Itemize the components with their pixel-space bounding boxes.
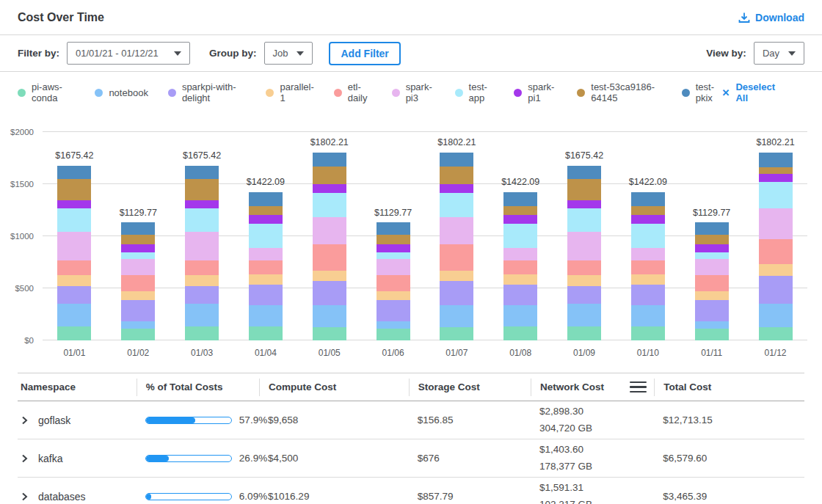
expand-chevron-icon[interactable]: [21, 416, 29, 425]
bar-segment-test-app[interactable]: [185, 208, 219, 232]
bar-segment-notebook[interactable]: [631, 305, 665, 326]
group-by-select[interactable]: Job: [264, 42, 313, 65]
bar-segment-test-53ca9186-64145[interactable]: [185, 179, 219, 200]
bar-segment-spark-pi3[interactable]: [503, 248, 537, 260]
bar-segment-test-pkix[interactable]: [57, 166, 91, 179]
bar-segment-sparkpi-with-delight[interactable]: [631, 285, 665, 305]
legend-item-test-pkix[interactable]: test-pkix: [682, 81, 722, 103]
bar-segment-pi-aws-conda[interactable]: [440, 327, 473, 340]
bar-segment-test-53ca9186-64145[interactable]: [631, 206, 665, 215]
bar-segment-etl-daily[interactable]: [313, 244, 346, 271]
bar-segment-sparkpi-with-delight[interactable]: [185, 286, 219, 304]
bar-segment-pi-aws-conda[interactable]: [185, 326, 219, 340]
bar-segment-sparkpi-with-delight[interactable]: [313, 281, 346, 305]
bar-segment-spark-pi1[interactable]: [121, 244, 155, 252]
bar-segment-notebook[interactable]: [121, 321, 155, 328]
bar-segment-sparkpi-with-delight[interactable]: [503, 285, 537, 305]
bar-segment-notebook[interactable]: [313, 305, 346, 327]
bar-segment-test-53ca9186-64145[interactable]: [695, 235, 729, 244]
bar-segment-etl-daily[interactable]: [121, 275, 155, 291]
legend-item-test-53ca9186-64145[interactable]: test-53ca9186-64145: [577, 81, 661, 103]
bar-segment-etl-daily[interactable]: [631, 260, 665, 274]
bar-segment-test-app[interactable]: [249, 224, 283, 248]
bar-segment-test-pkix[interactable]: [185, 166, 219, 179]
legend-item-test-app[interactable]: test-app: [455, 81, 495, 103]
bar-segment-test-53ca9186-64145[interactable]: [313, 167, 346, 184]
bar-segment-spark-pi1[interactable]: [57, 200, 91, 208]
date-range-select[interactable]: 01/01/21 - 01/12/21: [67, 42, 190, 65]
bar-segment-test-pkix[interactable]: [377, 222, 410, 235]
bar-segment-notebook[interactable]: [249, 305, 283, 326]
bar-segment-sparkpi-with-delight[interactable]: [249, 285, 283, 305]
bar-segment-test-pkix[interactable]: [121, 222, 155, 235]
legend-item-pi-aws-conda[interactable]: pi-aws-conda: [18, 81, 75, 103]
bar-segment-spark-pi3[interactable]: [57, 232, 91, 260]
bar-segment-parallel-1[interactable]: [567, 275, 601, 286]
bar-segment-pi-aws-conda[interactable]: [377, 329, 410, 341]
bar-segment-test-pkix[interactable]: [567, 166, 601, 179]
bar-segment-test-app[interactable]: [377, 252, 410, 259]
bar-segment-spark-pi3[interactable]: [121, 259, 155, 275]
bar-segment-spark-pi3[interactable]: [249, 248, 283, 260]
bar-segment-spark-pi3[interactable]: [695, 259, 729, 275]
bar-segment-spark-pi1[interactable]: [377, 244, 410, 252]
bar-segment-test-app[interactable]: [57, 208, 91, 232]
bar-segment-sparkpi-with-delight[interactable]: [567, 286, 601, 304]
bar-segment-parallel-1[interactable]: [503, 274, 537, 285]
deselect-all-button[interactable]: ✕ Deselect All: [722, 81, 781, 103]
bar-segment-pi-aws-conda[interactable]: [567, 326, 601, 340]
bar-segment-test-53ca9186-64145[interactable]: [759, 167, 793, 174]
bar-segment-spark-pi1[interactable]: [249, 215, 283, 224]
bar-segment-spark-pi1[interactable]: [503, 215, 537, 224]
bar-segment-notebook[interactable]: [440, 305, 473, 327]
bar-segment-sparkpi-with-delight[interactable]: [121, 300, 155, 321]
bar-segment-notebook[interactable]: [377, 321, 410, 328]
bar-stack[interactable]: [313, 153, 346, 340]
bar-segment-parallel-1[interactable]: [377, 291, 410, 301]
bar-segment-notebook[interactable]: [57, 304, 91, 326]
bar-segment-pi-aws-conda[interactable]: [695, 329, 729, 341]
bar-segment-spark-pi3[interactable]: [377, 259, 410, 275]
bar-segment-etl-daily[interactable]: [185, 260, 219, 275]
bar-segment-test-53ca9186-64145[interactable]: [249, 206, 283, 215]
bar-segment-sparkpi-with-delight[interactable]: [759, 276, 793, 304]
bar-stack[interactable]: [377, 222, 410, 340]
bar-segment-test-app[interactable]: [121, 252, 155, 259]
bar-segment-spark-pi1[interactable]: [313, 184, 346, 193]
bar-segment-notebook[interactable]: [567, 304, 601, 326]
bar-segment-sparkpi-with-delight[interactable]: [57, 286, 91, 304]
bar-segment-pi-aws-conda[interactable]: [249, 326, 283, 340]
bar-segment-sparkpi-with-delight[interactable]: [695, 300, 729, 321]
bar-segment-test-pkix[interactable]: [631, 192, 665, 206]
bar-segment-etl-daily[interactable]: [503, 260, 537, 274]
bar-segment-etl-daily[interactable]: [695, 275, 729, 291]
legend-item-etl-daily[interactable]: etl-daily: [334, 81, 372, 103]
legend-item-parallel-1[interactable]: parallel-1: [266, 81, 313, 103]
bar-stack[interactable]: [121, 222, 155, 340]
bar-segment-test-53ca9186-64145[interactable]: [121, 235, 155, 244]
bar-segment-pi-aws-conda[interactable]: [759, 327, 793, 340]
bar-stack[interactable]: [631, 192, 665, 340]
bar-segment-notebook[interactable]: [759, 304, 793, 327]
bar-stack[interactable]: [249, 192, 283, 340]
bar-stack[interactable]: [759, 153, 793, 340]
bar-segment-pi-aws-conda[interactable]: [121, 329, 155, 341]
legend-item-notebook[interactable]: notebook: [95, 87, 148, 98]
bar-segment-etl-daily[interactable]: [249, 260, 283, 274]
bar-segment-spark-pi3[interactable]: [185, 232, 219, 260]
bar-segment-etl-daily[interactable]: [57, 260, 91, 275]
bar-segment-parallel-1[interactable]: [759, 264, 793, 276]
bar-segment-etl-daily[interactable]: [440, 244, 473, 271]
bar-segment-notebook[interactable]: [503, 305, 537, 326]
bar-segment-pi-aws-conda[interactable]: [503, 326, 537, 340]
bar-segment-test-pkix[interactable]: [695, 222, 729, 235]
bar-stack[interactable]: [503, 192, 537, 340]
bar-segment-test-app[interactable]: [313, 193, 346, 217]
bar-segment-spark-pi3[interactable]: [440, 217, 473, 244]
bar-segment-spark-pi1[interactable]: [185, 200, 219, 208]
bar-segment-sparkpi-with-delight[interactable]: [377, 300, 410, 321]
bar-segment-spark-pi3[interactable]: [759, 208, 793, 239]
bar-segment-parallel-1[interactable]: [57, 275, 91, 286]
bar-stack[interactable]: [185, 166, 219, 340]
legend-item-spark-pi3[interactable]: spark-pi3: [392, 81, 435, 103]
